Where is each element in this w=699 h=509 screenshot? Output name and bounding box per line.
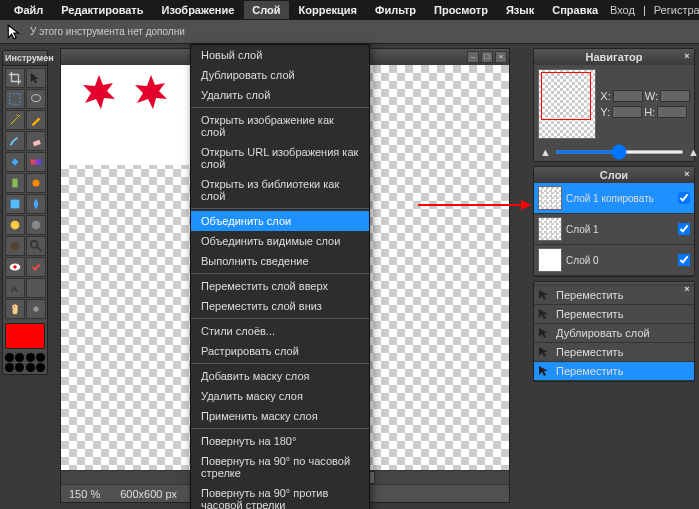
layer-row[interactable]: Слой 0 [534, 245, 694, 276]
hand-tool[interactable] [5, 299, 25, 319]
menu-item[interactable]: Дублировать слой [191, 65, 369, 85]
menu-item[interactable]: Открыть изображение как слой [191, 110, 369, 142]
crop-tool[interactable] [5, 68, 25, 88]
blur-tool[interactable] [26, 194, 46, 214]
smudge-tool[interactable] [26, 215, 46, 235]
layer-row[interactable]: Слой 1 [534, 214, 694, 245]
annotation-arrow [418, 204, 528, 206]
menu-item[interactable]: Повернуть на 90° по часовой стрелке [191, 451, 369, 483]
shape-tool[interactable] [5, 194, 25, 214]
menu-item[interactable]: Переместить слой вверх [191, 276, 369, 296]
close-button[interactable]: × [495, 51, 507, 63]
zoom-tool[interactable] [26, 236, 46, 256]
login-link[interactable]: Вход [606, 1, 639, 19]
layer-visibility-checkbox[interactable] [678, 254, 690, 266]
type-tool[interactable]: A [5, 278, 25, 298]
menu-item[interactable]: Объединить видимые слои [191, 231, 369, 251]
navigator-thumbnail[interactable] [538, 69, 596, 139]
history-row[interactable]: Переместить [534, 286, 694, 305]
menu-item[interactable]: Новый слой [191, 45, 369, 65]
brush-tool[interactable] [5, 131, 25, 151]
menu-item[interactable]: Открыть URL изображения как слой [191, 142, 369, 174]
history-row[interactable]: Дублировать слой [534, 324, 694, 343]
nav-y-input[interactable] [612, 106, 642, 118]
clone-tool[interactable] [5, 173, 25, 193]
navigator-panel: Навигатор × X:W: Y:H: ▲ ▲ 150 % [533, 48, 695, 162]
nav-x-input[interactable] [613, 90, 643, 102]
extra-tool[interactable] [26, 299, 46, 319]
sponge-tool[interactable] [5, 215, 25, 235]
panel-close-icon[interactable]: × [682, 169, 692, 179]
lasso-tool[interactable] [26, 89, 46, 109]
navigator-info: X:W: Y:H: [600, 69, 690, 139]
color-palette[interactable] [3, 351, 47, 374]
layer-menu-dropdown: Новый слойДублировать слойУдалить слойОт… [190, 44, 370, 509]
menu-Язык[interactable]: Язык [498, 1, 542, 19]
dodge-tool[interactable] [5, 236, 25, 256]
svg-point-9 [11, 242, 20, 251]
menu-item[interactable]: Растрировать слой [191, 341, 369, 361]
layer-name: Слой 1 копировать [566, 193, 674, 204]
zoom-value: 150 % [69, 488, 100, 500]
replace-tool[interactable] [26, 173, 46, 193]
zoom-out-icon[interactable]: ▲ [540, 146, 551, 158]
nav-h-input[interactable] [657, 106, 687, 118]
minimize-button[interactable]: – [467, 51, 479, 63]
move-tool[interactable] [26, 68, 46, 88]
svg-point-5 [33, 180, 40, 187]
history-title: × [534, 282, 694, 286]
nav-w-input[interactable] [660, 90, 690, 102]
menu-Фильтр[interactable]: Фильтр [367, 1, 424, 19]
maximize-button[interactable]: □ [481, 51, 493, 63]
marquee-tool[interactable] [5, 89, 25, 109]
menu-Коррекция[interactable]: Коррекция [291, 1, 365, 19]
wand-tool[interactable] [5, 110, 25, 130]
menu-item[interactable]: Повернуть на 180° [191, 431, 369, 451]
menu-item[interactable]: Удалить маску слоя [191, 386, 369, 406]
menu-item[interactable]: Выполнить сведение [191, 251, 369, 271]
history-row[interactable]: Переместить [534, 362, 694, 381]
pencil-tool[interactable] [26, 110, 46, 130]
panel-close-icon[interactable]: × [682, 284, 692, 294]
menu-Слой[interactable]: Слой [244, 1, 288, 19]
eraser-tool[interactable] [26, 131, 46, 151]
history-row[interactable]: Переместить [534, 343, 694, 362]
tool-options-bar: У этого инструмента нет дополни [0, 20, 699, 44]
menu-item[interactable]: Объединить слои [191, 211, 369, 231]
register-link[interactable]: Регистрация [650, 1, 699, 19]
bucket-tool[interactable] [5, 152, 25, 172]
gradient-tool[interactable] [26, 152, 46, 172]
layer-thumbnail [538, 217, 562, 241]
menu-item[interactable]: Повернуть на 90° против часовой стрелки [191, 483, 369, 509]
layer-thumbnail [538, 248, 562, 272]
history-row[interactable]: Переместить [534, 305, 694, 324]
zoom-in-icon[interactable]: ▲ [688, 146, 699, 158]
navigator-title: Навигатор × [534, 49, 694, 65]
menu-Справка[interactable]: Справка [544, 1, 606, 19]
zoom-slider[interactable] [555, 150, 684, 154]
menu-Файл[interactable]: Файл [6, 1, 51, 19]
menu-Изображение[interactable]: Изображение [154, 1, 243, 19]
foreground-color[interactable] [5, 323, 45, 349]
menu-item[interactable]: Применить маску слоя [191, 406, 369, 426]
heal-tool[interactable] [26, 257, 46, 277]
svg-rect-4 [12, 179, 17, 188]
menu-Просмотр[interactable]: Просмотр [426, 1, 496, 19]
layer-row[interactable]: Слой 1 копировать [534, 183, 694, 214]
menu-item[interactable]: Открыть из библиотеки как слой [191, 174, 369, 206]
menu-item[interactable]: Стили слоёв... [191, 321, 369, 341]
panel-close-icon[interactable]: × [682, 51, 692, 61]
menubar-items: ФайлРедактироватьИзображениеСлойКоррекци… [6, 1, 606, 19]
menu-item[interactable]: Удалить слой [191, 85, 369, 105]
eyedropper-tool[interactable] [26, 278, 46, 298]
redeye-tool[interactable] [5, 257, 25, 277]
menu-item[interactable]: Добавить маску слоя [191, 366, 369, 386]
menu-item[interactable]: Переместить слой вниз [191, 296, 369, 316]
move-icon [538, 327, 550, 339]
layer-visibility-checkbox[interactable] [678, 223, 690, 235]
right-panels: Навигатор × X:W: Y:H: ▲ ▲ 150 % Слои [533, 48, 695, 382]
layer-visibility-checkbox[interactable] [678, 192, 690, 204]
history-panel: × ПереместитьПереместитьДублировать слой… [533, 281, 695, 382]
menu-Редактировать[interactable]: Редактировать [53, 1, 151, 19]
move-icon [538, 365, 550, 377]
